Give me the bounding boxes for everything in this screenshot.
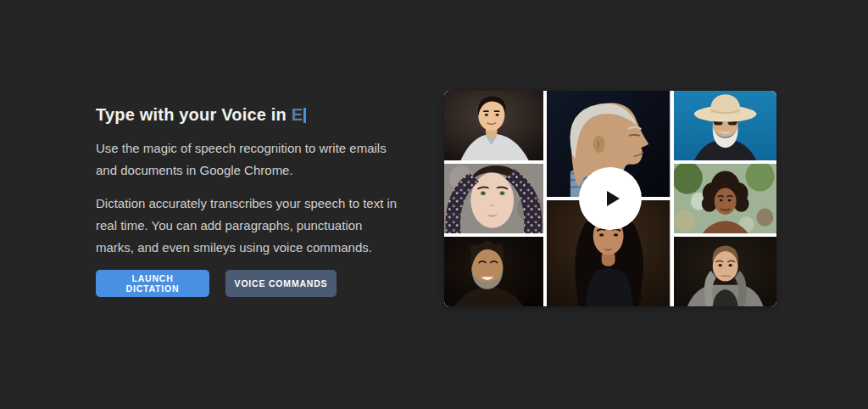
video-thumbnail[interactable] [444,91,776,306]
typing-caret [303,108,306,123]
launch-dictation-button[interactable]: LAUNCH DICTATION [96,270,209,297]
intro-paragraph: Use the magic of speech recognition to w… [96,137,403,182]
face-photo-curly-woman [674,164,776,233]
play-icon [607,191,620,206]
page-title: Type with your Voice in E [96,103,403,126]
voice-commands-button[interactable]: VOICE COMMANDS [225,270,337,297]
play-button[interactable] [579,167,642,230]
face-photo-headscarf-woman [444,164,543,233]
typed-language-letter: E [292,105,303,124]
face-photo-hoodie-man [674,237,776,306]
face-photo-bearded-man [444,237,543,306]
cta-button-row: LAUNCH DICTATION VOICE COMMANDS [96,270,403,297]
face-photo-hat-man [674,91,776,160]
face-photo-asian-man [444,91,543,160]
hero-text-block: Type with your Voice in E Use the magic … [96,103,403,297]
feature-paragraph: Dictation accurately transcribes your sp… [96,193,403,259]
page-title-prefix: Type with your Voice in [96,105,292,124]
